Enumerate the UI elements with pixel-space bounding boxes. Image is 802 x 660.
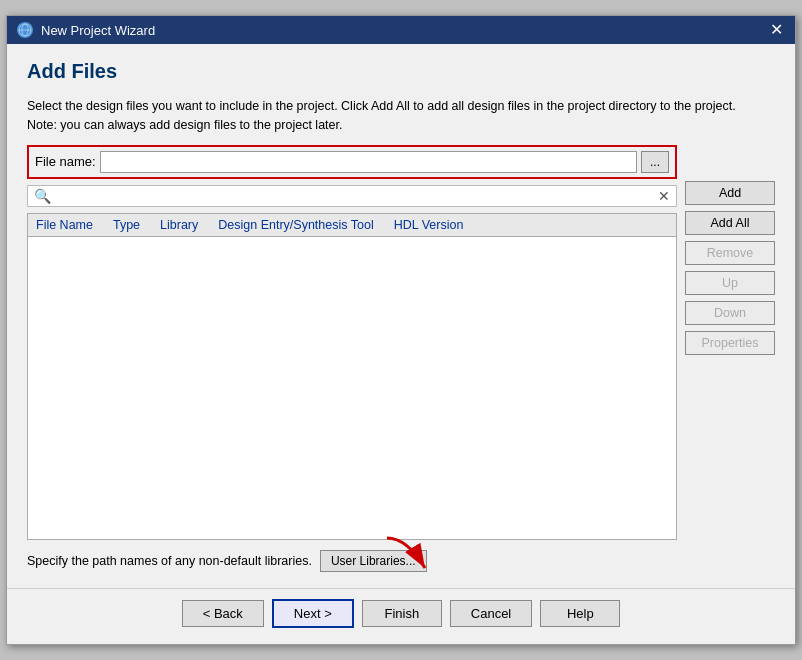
down-button[interactable]: Down: [685, 301, 775, 325]
title-bar-left: New Project Wizard: [17, 22, 155, 38]
table-header: File Name Type Library Design Entry/Synt…: [28, 214, 676, 237]
search-input[interactable]: [57, 189, 652, 203]
file-input-row: File name: ...: [27, 145, 677, 179]
left-panel: File name: ... 🔍 ✕ File Name Type Librar…: [27, 145, 677, 573]
dialog-buttons-bar: < Back Next > Finish Cancel Help: [7, 588, 795, 644]
search-icon: 🔍: [34, 188, 51, 204]
up-button[interactable]: Up: [685, 271, 775, 295]
dialog-content: Add Files Select the design files you wa…: [7, 44, 795, 588]
add-all-button[interactable]: Add All: [685, 211, 775, 235]
add-button[interactable]: Add: [685, 181, 775, 205]
next-button[interactable]: Next >: [272, 599, 354, 628]
help-button[interactable]: Help: [540, 600, 620, 627]
close-button[interactable]: ✕: [768, 22, 785, 38]
browse-button[interactable]: ...: [641, 151, 669, 173]
remove-button[interactable]: Remove: [685, 241, 775, 265]
page-title: Add Files: [27, 60, 775, 83]
description-text: Select the design files you want to incl…: [27, 97, 775, 135]
clear-search-button[interactable]: ✕: [658, 188, 670, 204]
col-filename: File Name: [36, 218, 93, 232]
main-area: File name: ... 🔍 ✕ File Name Type Librar…: [27, 145, 775, 573]
right-panel: Add Add All Remove Up Down Properties: [685, 145, 775, 573]
cancel-button[interactable]: Cancel: [450, 600, 532, 627]
file-label: File name:: [35, 154, 96, 169]
col-hdl: HDL Version: [394, 218, 464, 232]
col-library: Library: [160, 218, 198, 232]
footer-row: Specify the path names of any non-defaul…: [27, 546, 677, 572]
back-button[interactable]: < Back: [182, 600, 264, 627]
col-design-entry: Design Entry/Synthesis Tool: [218, 218, 373, 232]
user-libraries-button[interactable]: User Libraries...: [320, 550, 427, 572]
search-row: 🔍 ✕: [27, 185, 677, 207]
wizard-icon: [17, 22, 33, 38]
new-project-wizard-dialog: New Project Wizard ✕ Add Files Select th…: [6, 15, 796, 645]
dialog-title: New Project Wizard: [41, 23, 155, 38]
description-line1: Select the design files you want to incl…: [27, 99, 736, 113]
table-body: [28, 237, 676, 540]
properties-button[interactable]: Properties: [685, 331, 775, 355]
description-line2: Note: you can always add design files to…: [27, 118, 342, 132]
footer-text: Specify the path names of any non-defaul…: [27, 554, 312, 568]
files-table: File Name Type Library Design Entry/Synt…: [27, 213, 677, 541]
title-bar: New Project Wizard ✕: [7, 16, 795, 44]
finish-button[interactable]: Finish: [362, 600, 442, 627]
file-name-input[interactable]: [100, 151, 637, 173]
col-type: Type: [113, 218, 140, 232]
